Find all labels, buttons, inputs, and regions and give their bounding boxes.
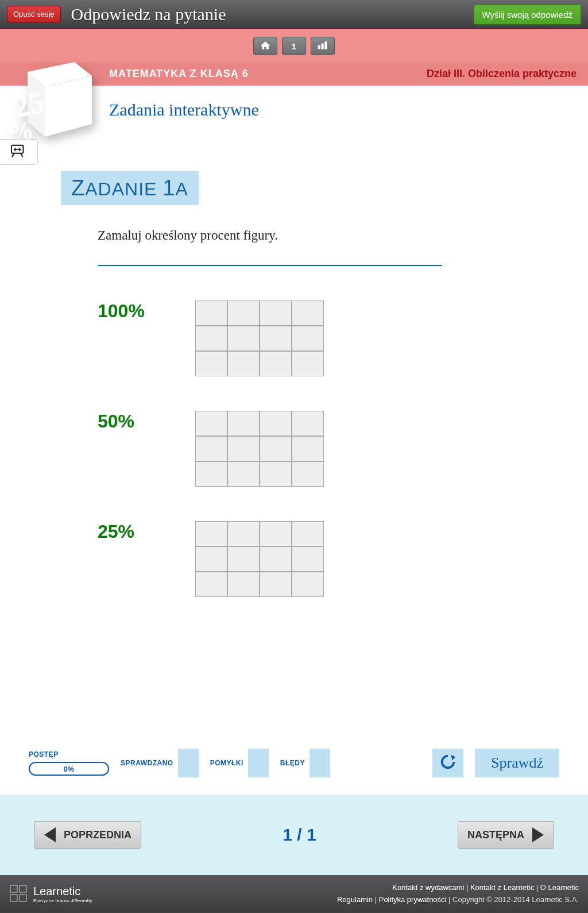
- stats-button[interactable]: [311, 37, 335, 55]
- grid-cell[interactable]: [292, 351, 324, 376]
- progress-pill: 0%: [29, 762, 109, 776]
- grid-cell[interactable]: [227, 436, 260, 461]
- course-label: MATEMATYKA Z KLASĄ 6: [109, 68, 249, 80]
- grid-cell[interactable]: [227, 301, 260, 326]
- task-number-small: A: [175, 179, 188, 199]
- svg-rect-0: [318, 45, 320, 49]
- presentation-icon: [10, 144, 28, 161]
- grid-cell[interactable]: [260, 572, 292, 597]
- grid-cell[interactable]: [227, 572, 260, 597]
- task-prompt: Zamaluj określony procent figury.: [98, 228, 559, 243]
- grid-cell[interactable]: [195, 546, 227, 572]
- paint-grid: [195, 411, 324, 487]
- task-label-rest: ADANIE: [85, 179, 163, 199]
- grid-cell[interactable]: [227, 521, 260, 546]
- brand-name: Learnetic: [33, 885, 80, 897]
- svg-rect-1: [322, 43, 324, 49]
- prev-button[interactable]: POPRZEDNIA: [34, 821, 141, 849]
- grid-cell[interactable]: [195, 411, 227, 436]
- grid-cell[interactable]: [260, 461, 292, 487]
- grid-cell[interactable]: [195, 301, 227, 326]
- grid-cell[interactable]: [292, 326, 324, 351]
- grid-cell[interactable]: [195, 521, 227, 546]
- page-indicator: 1 / 1: [283, 825, 316, 845]
- grid-cell[interactable]: [195, 436, 227, 461]
- grid-cell[interactable]: [292, 521, 324, 546]
- footer-link-contact[interactable]: Kontakt z Learnetic: [470, 883, 534, 892]
- grid-cell[interactable]: [292, 461, 324, 487]
- check-button[interactable]: Sprawdź: [475, 749, 559, 777]
- content-area: Zadania interaktywne ZADANIE 1A Zamaluj …: [0, 86, 588, 743]
- grid-cell[interactable]: [260, 521, 292, 546]
- page-number-label: 1: [292, 41, 296, 51]
- grid-cell[interactable]: [195, 461, 227, 487]
- grid-cell[interactable]: [260, 351, 292, 376]
- footer-link-about[interactable]: O Learnetic: [540, 883, 579, 892]
- grid-cell[interactable]: [260, 546, 292, 572]
- logo-icon: [9, 884, 29, 904]
- grid-cell[interactable]: [292, 436, 324, 461]
- checked-block: SPRAWDZANO: [121, 749, 199, 777]
- home-icon: [260, 40, 271, 52]
- next-label: NASTĘPNA: [467, 829, 524, 841]
- page-number-button[interactable]: 1: [282, 37, 306, 55]
- status-bar: POSTĘP 0% SPRAWDZANO POMYŁKI BŁĘDY Spraw…: [0, 743, 588, 795]
- svg-line-9: [11, 153, 14, 157]
- topbar: Opuść sesję Odpowiedz na pytanie Wyślij …: [0, 0, 588, 29]
- percent-label: 50%: [98, 411, 195, 432]
- footer: Learnetic Everyone learns differently Ko…: [0, 875, 588, 913]
- header-band: 1 MATEMATYKA Z KLASĄ 6 Dział III. Oblicz…: [0, 29, 588, 86]
- grid-cell[interactable]: [195, 572, 227, 597]
- reset-button[interactable]: [432, 749, 463, 777]
- paint-grid: [195, 521, 324, 597]
- whiteboard-tab[interactable]: [0, 139, 38, 165]
- svg-rect-2: [324, 41, 327, 49]
- grid-cell[interactable]: [227, 326, 260, 351]
- next-button[interactable]: NASTĘPNA: [458, 821, 554, 849]
- footer-links: Kontakt z wydawcami | Kontakt z Learneti…: [337, 882, 579, 906]
- leave-session-button[interactable]: Opuść sesję: [7, 6, 61, 22]
- grid-cell[interactable]: [195, 351, 227, 376]
- grid-cell[interactable]: [292, 572, 324, 597]
- percent-label: 25%: [98, 521, 195, 542]
- svg-rect-12: [10, 885, 17, 892]
- paint-grid: [195, 301, 324, 376]
- grid-cell[interactable]: [292, 301, 324, 326]
- errors-value-box: [310, 749, 330, 777]
- grid-cell[interactable]: [292, 546, 324, 572]
- bar-chart-icon: [317, 40, 328, 52]
- grid-cell[interactable]: [292, 411, 324, 436]
- grid-cell[interactable]: [260, 436, 292, 461]
- svg-marker-11: [451, 755, 456, 760]
- progress-label: POSTĘP: [29, 750, 59, 758]
- bottom-nav: POPRZEDNIA 1 / 1 NASTĘPNA: [0, 795, 588, 875]
- grid-cell[interactable]: [260, 301, 292, 326]
- brand-logo: Learnetic Everyone learns differently: [9, 884, 92, 904]
- mistakes-value-box: [248, 749, 269, 777]
- task-label-prefix: Z: [71, 176, 85, 200]
- grid-cell[interactable]: [260, 411, 292, 436]
- percent-label: 100%: [98, 301, 195, 322]
- footer-link-publishers[interactable]: Kontakt z wydawcami: [392, 883, 464, 892]
- divider: [98, 265, 442, 266]
- grid-cell[interactable]: [227, 546, 260, 572]
- header-toolbar: 1: [0, 34, 588, 62]
- triangle-left-icon: [44, 827, 56, 842]
- lesson-title: Zadania interaktywne: [109, 100, 559, 120]
- errors-label: BŁĘDY: [280, 759, 305, 767]
- section-label: Dział III. Obliczenia praktyczne: [427, 68, 577, 80]
- mistakes-label: POMYŁKI: [210, 759, 243, 767]
- footer-link-privacy[interactable]: Polityka prywatności: [379, 895, 447, 904]
- brand-tagline: Everyone learns differently: [33, 898, 92, 903]
- home-button[interactable]: [253, 37, 277, 55]
- grid-cell[interactable]: [260, 326, 292, 351]
- triangle-right-icon: [532, 827, 544, 842]
- grid-cell[interactable]: [195, 326, 227, 351]
- errors-block: BŁĘDY: [280, 749, 330, 777]
- grid-cell[interactable]: [227, 461, 260, 487]
- footer-link-terms[interactable]: Regulamin: [337, 895, 373, 904]
- send-answer-button[interactable]: Wyślij swoją odpowiedź: [474, 5, 581, 25]
- checked-label: SPRAWDZANO: [121, 759, 173, 767]
- grid-cell[interactable]: [227, 351, 260, 376]
- grid-cell[interactable]: [227, 411, 260, 436]
